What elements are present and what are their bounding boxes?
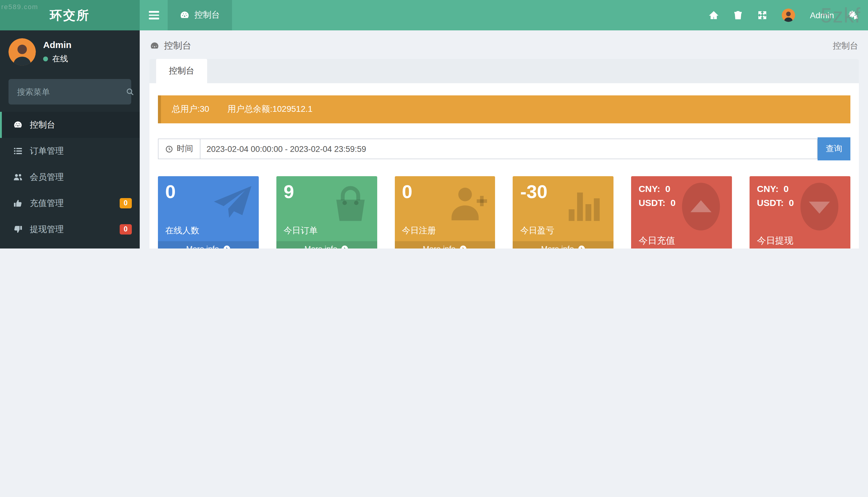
bag-big-icon bbox=[330, 184, 371, 225]
more-info-link[interactable]: More info bbox=[394, 241, 495, 248]
top-navbar: 环交所 控制台 Admin bbox=[0, 0, 868, 30]
more-info-link[interactable]: More info bbox=[158, 241, 259, 248]
thumb-down-icon bbox=[11, 225, 24, 234]
tab-strip: 控制台 bbox=[149, 59, 859, 83]
stat-label: 今日提现 bbox=[757, 235, 793, 247]
count-badge: 0 bbox=[119, 224, 132, 235]
expand-arrows-icon bbox=[758, 10, 767, 20]
clear-cache-button[interactable] bbox=[734, 10, 743, 20]
circle-arrow-right-icon bbox=[341, 245, 349, 248]
main-content: 控制台 控制台 控制台 总用户:30 用户总余额:1029512.1 时间 bbox=[140, 30, 868, 248]
list-icon bbox=[11, 146, 24, 156]
stat-label: 今日充值 bbox=[639, 235, 675, 247]
sidebar-toggle-button[interactable] bbox=[140, 0, 168, 30]
time-label: 时间 bbox=[177, 143, 193, 154]
sidebar-item-withdraw[interactable]: 提现管理0 bbox=[0, 216, 140, 242]
hamburger-icon bbox=[148, 10, 159, 21]
search-icon[interactable] bbox=[126, 87, 134, 96]
user-plus-icon bbox=[448, 184, 489, 225]
stat-label: 今日订单 bbox=[284, 225, 318, 236]
more-info-link[interactable]: More info bbox=[276, 241, 377, 248]
dashboard-icon bbox=[180, 10, 189, 20]
online-dot bbox=[43, 57, 48, 61]
watermark-header-right: 5zkf bbox=[821, 4, 861, 27]
stat-label: 今日盈亏 bbox=[520, 225, 554, 236]
date-range-input[interactable] bbox=[200, 139, 818, 159]
sidebar-user-name: Admin bbox=[43, 40, 71, 50]
sidebar-item-label: 会员管理 bbox=[30, 172, 64, 183]
stats-row: 0在线人数More info9今日订单More info0今日注册More in… bbox=[158, 176, 850, 248]
sidebar-item-products[interactable]: 产品管理 bbox=[0, 242, 140, 248]
thumb-up-icon bbox=[11, 199, 24, 208]
sidebar-avatar bbox=[9, 38, 36, 66]
query-button[interactable]: 查询 bbox=[818, 137, 850, 160]
bar-chart-icon bbox=[566, 184, 608, 225]
sidebar-item-dashboard[interactable]: 控制台 bbox=[0, 112, 140, 138]
count-badge: 0 bbox=[119, 198, 132, 209]
search-input[interactable] bbox=[16, 87, 126, 97]
circle-down-icon bbox=[797, 180, 842, 233]
stat-label: 在线人数 bbox=[165, 225, 199, 236]
stat-card-today-profit-loss: -30今日盈亏More info bbox=[513, 176, 614, 248]
breadcrumb-title: 控制台 bbox=[164, 40, 191, 52]
sidebar-item-orders[interactable]: 订单管理 bbox=[0, 138, 140, 164]
navbar-tab-label: 控制台 bbox=[194, 10, 220, 21]
sidebar-item-label: 充值管理 bbox=[30, 198, 64, 209]
circle-arrow-right-icon bbox=[459, 245, 467, 248]
breadcrumb: 控制台 控制台 bbox=[140, 30, 868, 59]
more-info-link[interactable]: More info bbox=[513, 241, 614, 248]
stat-card-today-withdraw: CNY: 0USDT: 0今日提现More info bbox=[750, 176, 850, 248]
user-avatar[interactable] bbox=[782, 9, 795, 22]
stat-card-today-orders: 9今日订单More info bbox=[276, 176, 377, 248]
time-filter: 时间 查询 bbox=[158, 137, 850, 160]
users-icon bbox=[11, 173, 24, 182]
dashboard-icon bbox=[11, 120, 24, 129]
summary-alert: 总用户:30 用户总余额:1029512.1 bbox=[158, 95, 850, 123]
dashboard-card: 控制台 总用户:30 用户总余额:1029512.1 时间 查询 0在线人数Mo… bbox=[149, 59, 859, 248]
stat-card-today-registered: 0今日注册More info bbox=[394, 176, 495, 248]
circle-arrow-right-icon bbox=[222, 245, 231, 248]
sidebar-user-panel: Admin 在线 bbox=[0, 30, 140, 70]
fullscreen-button[interactable] bbox=[758, 10, 767, 20]
stat-card-today-recharge: CNY: 0USDT: 0今日充值More info bbox=[632, 176, 732, 248]
watermark-top-left: re589.com bbox=[1, 3, 38, 10]
circle-up-icon bbox=[679, 180, 723, 233]
total-balance-label: 用户总余额:1029512.1 bbox=[228, 104, 313, 115]
sidebar-user-status: 在线 bbox=[43, 54, 71, 65]
tab-dashboard[interactable]: 控制台 bbox=[156, 59, 207, 83]
sidebar-item-label: 订单管理 bbox=[30, 145, 64, 156]
stat-label: 今日注册 bbox=[402, 225, 436, 236]
dashboard-icon bbox=[150, 41, 159, 51]
sidebar: Admin 在线 控制台订单管理会员管理充值管理0提现管理0产品管理系统设置新闻… bbox=[0, 30, 140, 248]
trash-icon bbox=[734, 10, 743, 20]
sidebar-item-recharge[interactable]: 充值管理0 bbox=[0, 190, 140, 216]
sidebar-item-members[interactable]: 会员管理 bbox=[0, 164, 140, 190]
breadcrumb-left: 控制台 bbox=[150, 40, 191, 52]
navbar-tab-dashboard[interactable]: 控制台 bbox=[168, 0, 232, 30]
paper-plane-icon bbox=[212, 184, 253, 225]
clock-icon bbox=[165, 145, 173, 153]
card-body: 总用户:30 用户总余额:1029512.1 时间 查询 0在线人数More i… bbox=[149, 83, 859, 248]
breadcrumb-current: 控制台 bbox=[833, 40, 858, 51]
stat-card-online-users: 0在线人数More info bbox=[158, 176, 259, 248]
home-icon bbox=[709, 10, 719, 20]
time-addon: 时间 bbox=[158, 139, 200, 159]
home-button[interactable] bbox=[709, 10, 719, 20]
app-window: 环交所 控制台 Admin Admin 在线 控 bbox=[0, 0, 868, 248]
sidebar-menu: 控制台订单管理会员管理充值管理0提现管理0产品管理系统设置新闻公告控制 bbox=[0, 112, 140, 248]
total-users-label: 总用户:30 bbox=[172, 104, 209, 115]
sidebar-item-label: 控制台 bbox=[30, 119, 55, 130]
sidebar-search bbox=[9, 79, 131, 104]
sidebar-item-label: 提现管理 bbox=[30, 224, 64, 235]
circle-arrow-right-icon bbox=[578, 245, 585, 248]
